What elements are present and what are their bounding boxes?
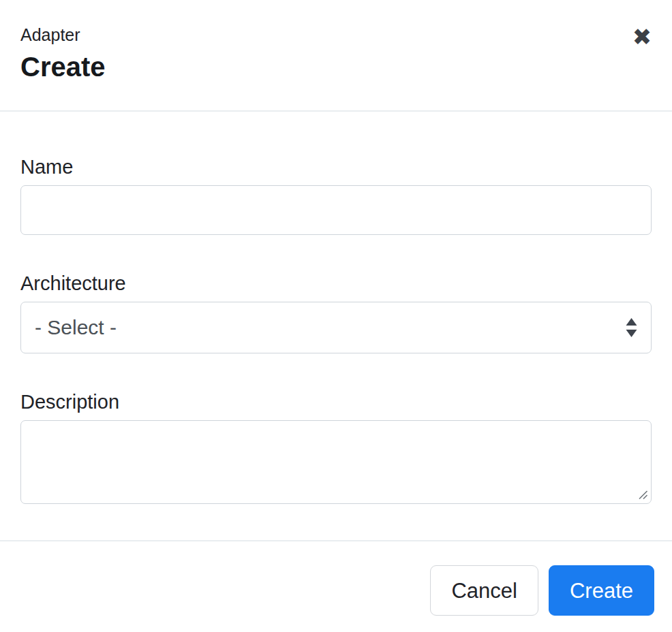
name-input[interactable] bbox=[20, 185, 652, 235]
name-label: Name bbox=[20, 155, 652, 178]
description-label: Description bbox=[20, 390, 652, 413]
select-arrows-icon bbox=[626, 318, 637, 337]
architecture-label: Architecture bbox=[20, 272, 652, 295]
close-icon: ✖ bbox=[632, 24, 652, 50]
cancel-button[interactable]: Cancel bbox=[430, 565, 538, 616]
architecture-select-value: - Select - bbox=[35, 316, 117, 339]
close-button[interactable]: ✖ bbox=[626, 20, 658, 53]
name-field-group: Name bbox=[20, 155, 652, 235]
create-button[interactable]: Create bbox=[549, 565, 654, 616]
modal-context-label: Adapter bbox=[20, 25, 652, 45]
modal-header: Adapter Create ✖ bbox=[0, 0, 672, 112]
description-textarea[interactable] bbox=[20, 420, 652, 504]
architecture-select[interactable]: - Select - bbox=[20, 302, 652, 353]
modal-body: Name Architecture - Select - Description bbox=[0, 112, 672, 540]
architecture-field-group: Architecture - Select - bbox=[20, 272, 652, 353]
modal-title: Create bbox=[20, 50, 652, 83]
resize-handle-icon[interactable] bbox=[637, 489, 648, 500]
description-field-group: Description bbox=[20, 390, 652, 504]
modal-footer: Cancel Create bbox=[0, 540, 672, 632]
description-textarea-wrap bbox=[20, 420, 652, 504]
create-adapter-modal: Adapter Create ✖ Name Architecture - Sel… bbox=[0, 0, 672, 632]
